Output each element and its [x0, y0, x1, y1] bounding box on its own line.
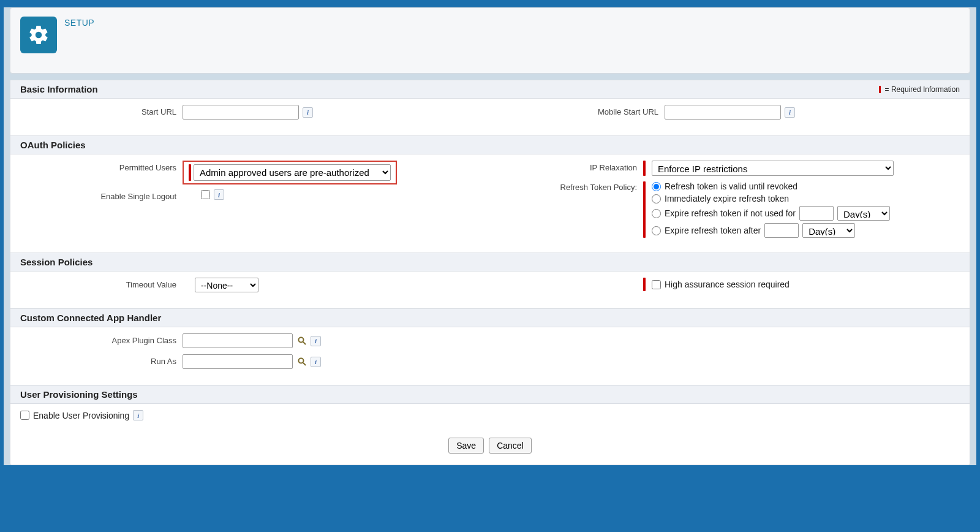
save-button[interactable]: Save [448, 438, 484, 454]
section-user-provisioning: User Provisioning Settings [10, 385, 970, 404]
refresh-after-value[interactable] [764, 223, 799, 238]
page-title: SETUP [64, 17, 94, 28]
timeout-value-label: Timeout Value [20, 278, 183, 289]
info-icon[interactable]: i [311, 357, 321, 367]
section-title: Custom Connected App Handler [20, 313, 161, 323]
enable-user-provisioning-option[interactable]: Enable User Provisioning i [20, 410, 960, 420]
info-icon[interactable]: i [785, 107, 795, 118]
permitted-users-select[interactable]: Admin approved users are pre-authorized [194, 164, 391, 181]
info-icon[interactable]: i [303, 107, 313, 118]
refresh-after-option[interactable]: Expire refresh token after Day(s) [652, 223, 890, 238]
timeout-value-select[interactable]: --None-- [195, 278, 258, 292]
high-assurance-option[interactable]: High assurance session required [652, 279, 790, 289]
ip-relaxation-label: IP Relaxation [502, 161, 643, 172]
enable-single-logout-checkbox[interactable] [201, 190, 210, 199]
ip-relaxation-select[interactable]: Enforce IP restrictions [652, 161, 894, 176]
refresh-until-revoked-option[interactable]: Refresh token is valid until revoked [652, 181, 890, 191]
mobile-start-url-input[interactable] [665, 105, 781, 120]
cancel-button[interactable]: Cancel [489, 438, 532, 454]
refresh-after-unit[interactable]: Day(s) [802, 223, 855, 238]
refresh-not-used-for-option[interactable]: Expire refresh token if not used for Day… [652, 206, 890, 221]
section-custom-handler: Custom Connected App Handler [10, 308, 970, 327]
section-title: Basic Information [20, 84, 98, 94]
run-as-label: Run As [20, 354, 183, 366]
info-icon[interactable]: i [133, 410, 143, 420]
mobile-start-url-label: Mobile Start URL [502, 105, 665, 116]
refresh-immediately-radio[interactable] [652, 194, 661, 203]
start-url-label: Start URL [20, 105, 183, 116]
enable-single-logout-label: Enable Single Logout [20, 189, 183, 201]
refresh-not-used-for-value[interactable] [799, 206, 834, 221]
high-assurance-checkbox[interactable] [652, 280, 661, 289]
apex-plugin-class-input[interactable] [183, 333, 293, 348]
refresh-not-used-for-radio[interactable] [652, 209, 661, 218]
setup-header: SETUP [10, 7, 970, 74]
info-icon[interactable]: i [214, 189, 224, 200]
refresh-until-revoked-radio[interactable] [652, 182, 661, 191]
gear-icon [20, 17, 57, 53]
section-basic-information: Basic Information = Required Information [10, 80, 970, 99]
start-url-input[interactable] [183, 105, 299, 120]
svg-line-3 [303, 363, 306, 365]
info-icon[interactable]: i [311, 336, 321, 346]
section-title: User Provisioning Settings [20, 389, 138, 400]
refresh-immediately-option[interactable]: Immediately expire refresh token [652, 194, 890, 203]
permitted-users-label: Permitted Users [20, 161, 183, 172]
apex-plugin-class-label: Apex Plugin Class [20, 333, 183, 345]
refresh-after-radio[interactable] [652, 226, 661, 235]
permitted-users-highlight: Admin approved users are pre-authorized [183, 161, 397, 184]
section-title: OAuth Policies [20, 140, 86, 150]
lookup-icon[interactable] [296, 357, 307, 367]
run-as-input[interactable] [183, 354, 293, 369]
section-session-policies: Session Policies [10, 253, 970, 272]
lookup-icon[interactable] [296, 336, 307, 346]
enable-user-provisioning-checkbox[interactable] [20, 411, 29, 420]
refresh-token-policy-label: Refresh Token Policy: [502, 181, 643, 192]
svg-line-1 [303, 342, 306, 344]
refresh-not-used-for-unit[interactable]: Day(s) [837, 206, 890, 221]
section-oauth-policies: OAuth Policies [10, 135, 970, 154]
svg-point-0 [298, 338, 303, 343]
svg-point-2 [298, 359, 303, 363]
section-title: Session Policies [20, 257, 92, 267]
required-info-note: = Required Information [879, 85, 960, 94]
